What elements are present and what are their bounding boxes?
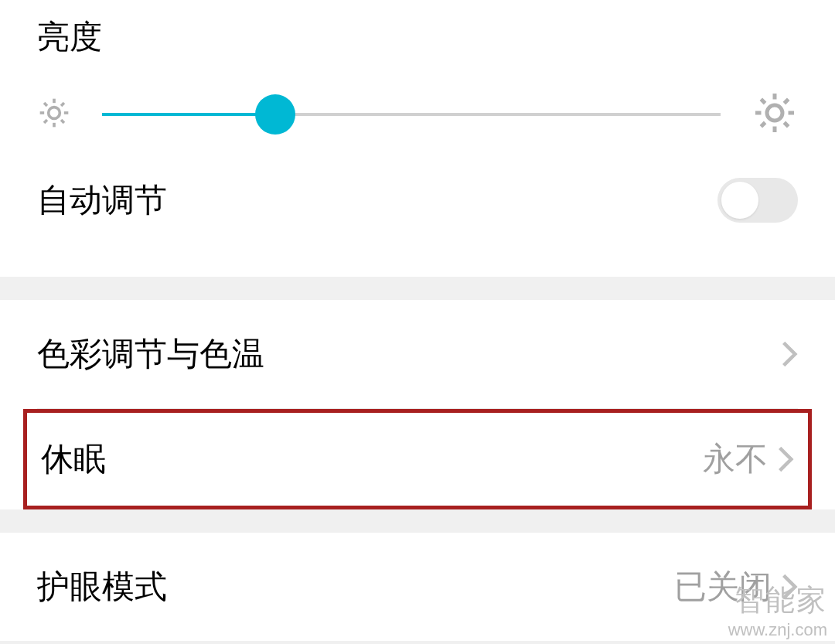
svg-line-8 (61, 103, 64, 106)
color-temp-row[interactable]: 色彩调节与色温 (0, 300, 835, 408)
slider-track (102, 113, 721, 116)
slider-fill (102, 113, 275, 116)
brightness-low-icon (37, 96, 71, 133)
auto-adjust-label: 自动调节 (37, 179, 167, 222)
svg-line-6 (61, 120, 64, 123)
color-temp-label: 色彩调节与色温 (37, 332, 264, 376)
auto-adjust-row: 自动调节 (0, 139, 835, 254)
svg-line-16 (761, 122, 765, 126)
svg-line-17 (784, 99, 788, 103)
sleep-highlight: 休眠 永不 (23, 409, 812, 509)
auto-adjust-toggle[interactable] (717, 178, 798, 223)
brightness-high-icon (752, 90, 798, 139)
brightness-section: 亮度 (0, 0, 835, 277)
watermark: 智能家 www.znj.com (728, 581, 827, 640)
svg-point-9 (767, 105, 782, 121)
svg-line-7 (44, 120, 47, 123)
watermark-title: 智能家 (728, 581, 827, 620)
color-sleep-section: 色彩调节与色温 休眠 永不 (0, 300, 835, 509)
brightness-slider[interactable] (102, 99, 721, 130)
section-gap (0, 509, 835, 533)
watermark-url: www.znj.com (728, 620, 827, 640)
chevron-right-icon (781, 339, 798, 369)
eye-protect-label: 护眼模式 (37, 565, 167, 608)
toggle-knob (721, 182, 758, 219)
svg-line-14 (761, 99, 765, 103)
slider-thumb[interactable] (255, 94, 295, 135)
brightness-slider-row (0, 90, 835, 139)
brightness-title: 亮度 (0, 15, 835, 90)
eye-protect-row[interactable]: 护眼模式 已关闭 (0, 533, 835, 641)
svg-point-0 (49, 107, 60, 119)
sleep-label: 休眠 (41, 438, 106, 481)
svg-line-15 (784, 122, 788, 126)
svg-line-5 (44, 103, 47, 106)
sleep-value: 永不 (703, 438, 768, 481)
sleep-row[interactable]: 休眠 永不 (27, 413, 808, 506)
section-gap (0, 277, 835, 300)
eye-protect-section: 护眼模式 已关闭 (0, 533, 835, 641)
chevron-right-icon (777, 445, 794, 474)
